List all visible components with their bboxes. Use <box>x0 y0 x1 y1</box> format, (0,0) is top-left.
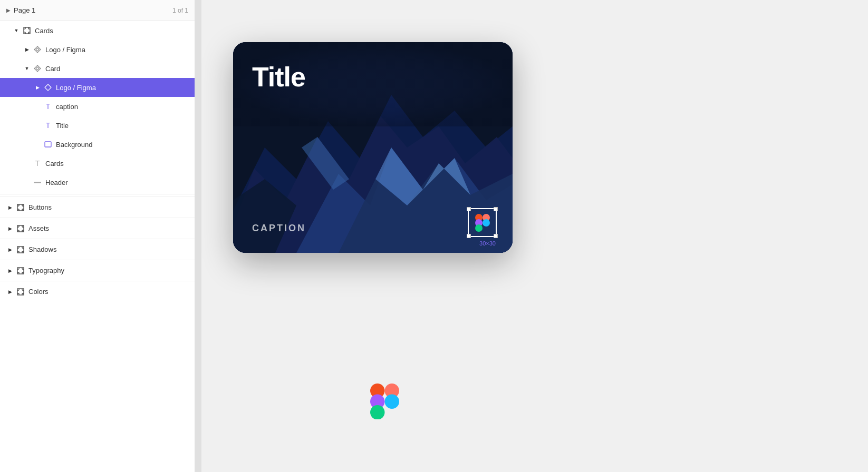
frame-icon <box>22 26 32 35</box>
tree-item-cards-text[interactable]: T Cards <box>0 154 195 173</box>
svg-rect-75 <box>370 405 385 419</box>
svg-rect-47 <box>17 289 24 295</box>
assets-chevron <box>6 225 14 232</box>
text-icon-title: T <box>43 121 53 130</box>
frame-icon-colors <box>16 287 25 297</box>
svg-rect-10 <box>34 182 41 183</box>
section-item-colors[interactable]: Colors <box>0 281 195 302</box>
card-caption-text: CAPTION <box>252 223 306 234</box>
page-header: ▶ Page 1 1 of 1 <box>0 0 195 21</box>
tree-item-background[interactable]: Background <box>0 135 195 154</box>
shadows-chevron <box>6 246 14 253</box>
text-icon-caption: T <box>43 102 53 111</box>
frame-icon-shadows <box>16 245 25 254</box>
svg-rect-20 <box>17 225 24 232</box>
card-label: Card <box>45 65 190 73</box>
title-label: Title <box>56 122 190 130</box>
selection-box: 30×30 <box>468 208 497 237</box>
size-label: 30×30 <box>479 240 496 247</box>
rect-icon <box>43 140 53 149</box>
svg-rect-70 <box>475 224 483 232</box>
figma-logo-small <box>471 211 494 234</box>
typography-chevron <box>6 267 14 274</box>
section-item-shadows[interactable]: Shadows <box>0 239 195 260</box>
frame-icon-typography <box>16 266 25 276</box>
page-pagination: 1 of 1 <box>172 7 188 14</box>
minus-icon <box>33 178 42 187</box>
tree-item-title[interactable]: T Title <box>0 116 195 135</box>
logo-figma-2-chevron <box>34 84 41 91</box>
shadows-label: Shadows <box>28 245 188 253</box>
svg-rect-74 <box>385 395 400 409</box>
buttons-chevron <box>6 204 14 211</box>
text-icon-cards: T <box>33 159 42 168</box>
handle-tl <box>467 207 471 211</box>
section-item-buttons[interactable]: Buttons <box>0 196 195 218</box>
component-icon-2 <box>43 83 53 92</box>
page-chevron-icon[interactable]: ▶ <box>6 7 11 13</box>
component-icon-1 <box>33 45 42 54</box>
cards-chevron-icon <box>13 27 20 34</box>
main-canvas[interactable]: Title CAPTION 30×30 <box>201 0 868 472</box>
header-label: Header <box>45 179 190 186</box>
tree-item-card[interactable]: Card <box>0 59 195 78</box>
card-chevron-icon <box>23 65 31 72</box>
logo-figma-1-label: Logo / Figma <box>45 46 190 54</box>
handle-tr <box>494 207 498 211</box>
frame-icon-assets <box>16 224 25 233</box>
colors-chevron <box>6 288 14 296</box>
card-preview: Title CAPTION 30×30 <box>233 42 513 253</box>
svg-rect-0 <box>24 27 30 34</box>
tree-item-header[interactable]: Header <box>0 173 195 192</box>
layer-tree: Cards Logo / Figma Card <box>0 21 195 472</box>
svg-rect-9 <box>45 142 51 147</box>
tree-item-caption[interactable]: T caption <box>0 97 195 116</box>
tree-item-logo-figma-2[interactable]: Logo / Figma <box>0 78 195 97</box>
handle-br <box>494 234 498 238</box>
svg-rect-38 <box>17 268 24 274</box>
cards-text-label: Cards <box>45 160 190 168</box>
typography-label: Typography <box>28 267 188 274</box>
colors-label: Colors <box>28 288 188 296</box>
left-panel: ▶ Page 1 1 of 1 Card <box>0 0 195 472</box>
caption-label: caption <box>56 103 190 111</box>
svg-rect-29 <box>17 247 24 253</box>
frame-icon-buttons <box>16 203 25 212</box>
background-label: Background <box>56 141 190 149</box>
page-header-left: ▶ Page 1 <box>6 6 35 14</box>
tree-item-cards[interactable]: Cards <box>0 21 195 40</box>
logo-figma-1-chevron <box>23 46 31 53</box>
handle-bl <box>467 234 471 238</box>
section-item-typography[interactable]: Typography <box>0 260 195 281</box>
svg-rect-11 <box>17 204 24 211</box>
section-item-assets[interactable]: Assets <box>0 218 195 239</box>
panel-divider <box>195 0 201 472</box>
figma-logo-large <box>370 384 399 419</box>
tree-divider <box>0 194 195 194</box>
logo-figma-2-label: Logo / Figma <box>56 84 190 92</box>
assets-label: Assets <box>28 224 188 232</box>
svg-rect-69 <box>483 219 490 227</box>
page-title: Page 1 <box>14 6 35 14</box>
cards-label: Cards <box>35 27 190 35</box>
buttons-label: Buttons <box>28 203 188 211</box>
tree-item-logo-figma-1[interactable]: Logo / Figma <box>0 40 195 59</box>
card-title-text: Title <box>252 61 305 93</box>
component-icon-card <box>33 64 42 73</box>
